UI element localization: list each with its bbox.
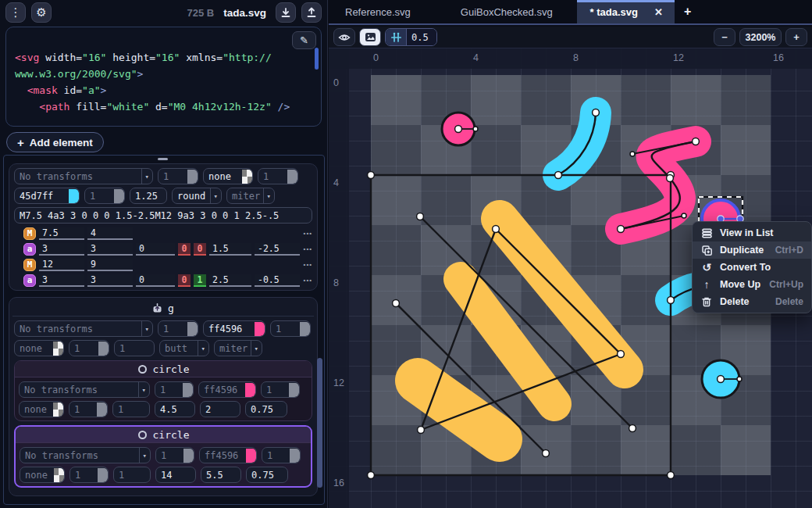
cy-input[interactable]: 2	[200, 401, 240, 417]
large-arc-flag[interactable]: 0	[178, 243, 191, 256]
transform-select[interactable]: No transforms▾	[20, 447, 151, 463]
opacity-input[interactable]: 1	[155, 381, 194, 398]
row-menu-button[interactable]: •••	[304, 261, 312, 268]
fill-swatch[interactable]	[255, 322, 265, 336]
transform-select[interactable]: No transforms▾	[19, 381, 150, 398]
zoom-level[interactable]: 3200%	[739, 28, 782, 46]
tab-tada-active[interactable]: * tada.svg ✕	[577, 0, 675, 23]
sweep-flag[interactable]: 1	[194, 274, 206, 287]
close-icon[interactable]: ✕	[650, 5, 667, 20]
fill-opacity-input[interactable]: 1	[270, 320, 311, 337]
opacity-input[interactable]: 1	[158, 320, 198, 337]
menu-item-duplicate[interactable]: Duplicate Ctrl+D	[693, 241, 811, 259]
path-data-input[interactable]: M7.5 4a3 3 0 0 0 1.5-2.5M12 9a3 3 0 0 1 …	[14, 207, 312, 224]
command-badge[interactable]: M	[23, 227, 36, 240]
command-badge[interactable]: a	[23, 274, 36, 287]
transform-select[interactable]: No transforms▾	[14, 168, 153, 184]
menu-item-delete[interactable]: Delete Delete	[693, 293, 811, 310]
stroke-opacity-swatch[interactable]	[114, 189, 124, 203]
fill-input[interactable]: ff4596	[203, 320, 265, 337]
new-tab-button[interactable]: +	[675, 0, 700, 23]
tab-guiboxchecked[interactable]: GuiBoxChecked.svg	[447, 0, 566, 23]
opacity-swatch[interactable]	[187, 170, 198, 184]
r-input[interactable]: 0.75	[246, 467, 288, 483]
command-value[interactable]: 3	[39, 243, 84, 256]
stroke-opacity-input[interactable]: 1	[84, 188, 125, 204]
command-value[interactable]: 3	[39, 274, 84, 287]
fill-input[interactable]: ff4596	[199, 447, 257, 463]
stroke-input[interactable]: none	[20, 467, 65, 483]
opacity-input[interactable]: 1	[158, 168, 198, 184]
circle-header[interactable]: circle	[16, 427, 311, 443]
stroke-input[interactable]: none	[19, 401, 64, 417]
menu-item-convert-to[interactable]: ↺ Convert To	[693, 259, 811, 276]
visibility-button[interactable]	[333, 28, 355, 46]
list-scrollbar[interactable]	[317, 358, 322, 488]
fill-swatch[interactable]	[245, 383, 255, 397]
sweep-flag[interactable]: 0	[194, 243, 206, 256]
command-badge[interactable]: M	[23, 259, 36, 271]
zoom-in-button[interactable]: +	[785, 28, 807, 46]
command-badge[interactable]: a	[23, 243, 36, 256]
transform-select[interactable]: No transforms▾	[14, 320, 153, 337]
fill-opacity-input[interactable]: 1	[261, 381, 300, 398]
fill-input[interactable]: none	[203, 168, 253, 184]
command-value[interactable]: 9	[87, 259, 133, 271]
circle-header[interactable]: circle	[15, 361, 312, 377]
stroke-opacity-input[interactable]: 1	[69, 340, 109, 356]
stroke-width-input[interactable]: 1	[112, 401, 150, 417]
group-header[interactable]: g	[12, 301, 314, 317]
menu-item-view-in-list[interactable]: View in List	[693, 224, 811, 241]
canvas-viewport[interactable]: 0 4 8 12 16 0 4 8 12 16	[329, 48, 812, 508]
row-menu-button[interactable]: •••	[304, 245, 312, 252]
command-value[interactable]: 0	[136, 243, 175, 256]
code-scrollbar[interactable]	[315, 48, 319, 70]
zoom-out-button[interactable]: −	[714, 28, 735, 46]
opacity-input[interactable]: 1	[155, 447, 194, 463]
linejoin-select[interactable]: miter▾	[226, 188, 275, 204]
fill-opacity-swatch[interactable]	[290, 449, 300, 463]
large-arc-flag[interactable]: 0	[178, 274, 191, 287]
settings-button[interactable]: ⚙	[31, 2, 52, 23]
command-value[interactable]: 2.5	[209, 274, 251, 287]
command-value[interactable]: 0	[136, 274, 175, 287]
fill-opacity-input[interactable]: 1	[258, 168, 298, 184]
stroke-swatch[interactable]	[69, 189, 79, 203]
yellow-cone-shape[interactable]	[418, 219, 625, 439]
snap-grid-button[interactable]	[386, 29, 407, 45]
row-menu-button[interactable]: •••	[304, 277, 312, 284]
command-value[interactable]: 3	[87, 243, 133, 256]
cx-input[interactable]: 4.5	[155, 401, 195, 417]
fill-opacity-swatch[interactable]	[300, 322, 310, 336]
row-menu-button[interactable]: •••	[304, 230, 312, 237]
command-value[interactable]: -2.5	[255, 243, 300, 256]
menu-item-move-up[interactable]: ↑ Move Up Ctrl+Up	[693, 276, 811, 293]
preview-button[interactable]	[359, 28, 381, 46]
command-value[interactable]: 7.5	[39, 227, 84, 240]
stroke-opacity-input[interactable]: 1	[69, 467, 109, 483]
stroke-width-input[interactable]: 1.25	[130, 188, 167, 204]
fill-opacity-input[interactable]: 1	[262, 447, 301, 463]
stroke-input[interactable]: none	[14, 340, 64, 356]
menu-button[interactable]: ⋮	[5, 2, 26, 23]
upload-button[interactable]	[301, 2, 322, 23]
command-value[interactable]: 4	[87, 227, 133, 240]
add-element-button[interactable]: + Add element	[6, 132, 104, 152]
opacity-swatch[interactable]	[187, 322, 198, 336]
download-button[interactable]	[276, 2, 296, 23]
stroke-width-input[interactable]: 1	[113, 467, 151, 483]
svg-source-code[interactable]: <svg width="16" height="16" xmlns="http:…	[15, 49, 310, 115]
command-value[interactable]: 1.5	[209, 243, 251, 256]
fill-swatch[interactable]	[242, 170, 252, 184]
stroke-opacity-swatch[interactable]	[98, 468, 108, 482]
fill-swatch[interactable]	[246, 449, 256, 463]
edit-code-button[interactable]: ✎	[292, 31, 316, 49]
command-value[interactable]: 3	[87, 274, 133, 287]
tab-reference[interactable]: Reference.svg	[332, 0, 424, 23]
opacity-swatch[interactable]	[183, 383, 193, 397]
fill-input[interactable]: ff4596	[198, 381, 256, 398]
cx-input[interactable]: 14	[155, 467, 196, 483]
opacity-swatch[interactable]	[183, 449, 194, 463]
linejoin-select[interactable]: miter▾	[214, 340, 262, 356]
stroke-swatch[interactable]	[53, 402, 63, 417]
